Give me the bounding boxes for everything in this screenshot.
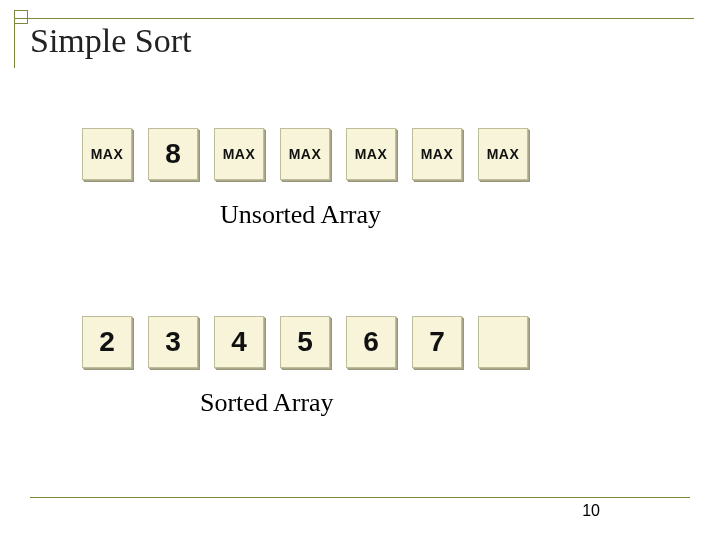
array-cell-empty: [478, 316, 528, 368]
array-cell: 3: [148, 316, 198, 368]
sorted-array-row: 2 3 4 5 6 7: [82, 316, 528, 368]
title-side-rule: [14, 18, 15, 68]
array-cell: 8: [148, 128, 198, 180]
array-cell: 4: [214, 316, 264, 368]
slide: Simple Sort MAX 8 MAX MAX MAX MAX MAX Un…: [0, 0, 720, 540]
array-cell: 5: [280, 316, 330, 368]
array-cell: MAX: [412, 128, 462, 180]
array-cell: MAX: [346, 128, 396, 180]
array-cell: MAX: [280, 128, 330, 180]
footer-rule: [30, 497, 690, 498]
unsorted-array-row: MAX 8 MAX MAX MAX MAX MAX: [82, 128, 528, 180]
unsorted-caption: Unsorted Array: [220, 200, 381, 230]
array-cell: MAX: [478, 128, 528, 180]
array-cell: MAX: [82, 128, 132, 180]
page-title: Simple Sort: [30, 22, 192, 60]
array-cell: 7: [412, 316, 462, 368]
title-rule: [14, 18, 694, 19]
array-cell: 2: [82, 316, 132, 368]
corner-decoration: [14, 10, 28, 24]
array-cell: 6: [346, 316, 396, 368]
sorted-caption: Sorted Array: [200, 388, 334, 418]
array-cell: MAX: [214, 128, 264, 180]
page-number: 10: [582, 502, 600, 520]
